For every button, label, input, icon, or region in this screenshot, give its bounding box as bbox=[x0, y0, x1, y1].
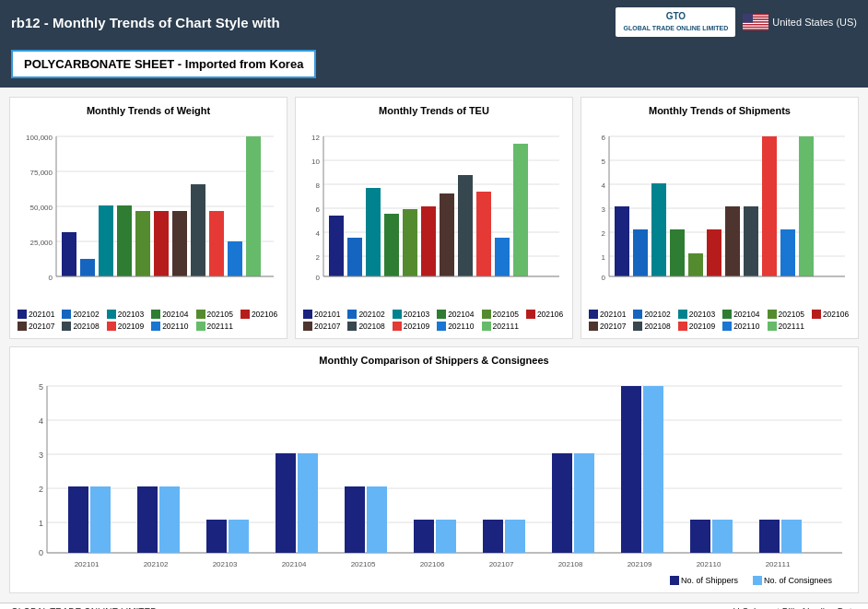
svg-rect-120 bbox=[414, 520, 434, 553]
svg-text:0: 0 bbox=[49, 274, 53, 282]
header-right: GTOGLOBAL TRADE ONLINE LIMITED bbox=[616, 7, 857, 37]
consignees-legend-label: No. of Consignees bbox=[764, 576, 832, 585]
charts-area: Monthly Trends of Weight 100,000 75,000 … bbox=[0, 88, 868, 603]
consignees-legend-item: No. of Consignees bbox=[753, 576, 832, 585]
svg-text:100,000: 100,000 bbox=[26, 134, 53, 142]
logo-text: GTOGLOBAL TRADE ONLINE LIMITED bbox=[623, 11, 728, 33]
shipments-chart-title: Monthly Trends of Shipments bbox=[589, 105, 850, 116]
svg-rect-85 bbox=[744, 206, 758, 276]
svg-rect-80 bbox=[651, 183, 666, 276]
svg-rect-87 bbox=[780, 229, 795, 276]
svg-rect-123 bbox=[483, 520, 503, 553]
svg-rect-126 bbox=[552, 453, 572, 553]
svg-text:6: 6 bbox=[602, 134, 606, 142]
page-title: rb12 - Monthly Trends of Chart Style wit… bbox=[11, 15, 280, 30]
svg-text:202101: 202101 bbox=[75, 560, 100, 568]
svg-rect-25 bbox=[80, 259, 95, 276]
svg-rect-115 bbox=[298, 453, 318, 553]
svg-rect-136 bbox=[781, 520, 802, 553]
svg-rect-31 bbox=[191, 184, 205, 276]
logo-box: GTOGLOBAL TRADE ONLINE LIMITED bbox=[616, 7, 735, 37]
svg-rect-61 bbox=[513, 144, 528, 276]
svg-text:4: 4 bbox=[602, 182, 606, 190]
svg-text:75,000: 75,000 bbox=[30, 169, 53, 177]
svg-rect-132 bbox=[690, 520, 710, 553]
shippers-chart-svg: 5 4 3 2 1 0 202101 202102 bbox=[18, 371, 847, 574]
svg-rect-8 bbox=[743, 24, 768, 25]
svg-text:202111: 202111 bbox=[766, 560, 791, 568]
svg-rect-53 bbox=[366, 188, 381, 276]
svg-rect-30 bbox=[172, 211, 187, 276]
weight-chart-legend: 202101 202102 202103 202104 202105 20210… bbox=[18, 310, 279, 331]
svg-rect-114 bbox=[276, 453, 296, 553]
svg-text:202109: 202109 bbox=[628, 560, 652, 568]
header: rb12 - Monthly Trends of Chart Style wit… bbox=[0, 0, 868, 44]
svg-rect-130 bbox=[643, 386, 663, 553]
shippers-legend-label: No. of Shippers bbox=[681, 576, 738, 585]
svg-text:202105: 202105 bbox=[351, 560, 376, 568]
weight-chart-svg: 100,000 75,000 50,000 25,000 0 bbox=[18, 122, 276, 306]
svg-rect-57 bbox=[440, 193, 454, 276]
svg-rect-54 bbox=[384, 214, 399, 276]
shipments-chart-box: Monthly Trends of Shipments 6 5 4 3 2 1 … bbox=[581, 97, 859, 339]
svg-rect-86 bbox=[762, 136, 777, 276]
svg-text:202103: 202103 bbox=[213, 560, 238, 568]
svg-rect-29 bbox=[154, 211, 169, 276]
svg-text:202104: 202104 bbox=[282, 560, 307, 568]
svg-text:5: 5 bbox=[39, 382, 43, 392]
svg-rect-9 bbox=[743, 25, 768, 26]
teu-chart-title: Monthly Trends of TEU bbox=[303, 105, 565, 116]
svg-rect-84 bbox=[725, 206, 740, 276]
svg-rect-28 bbox=[135, 211, 150, 276]
footer-top: GLOBAL TRADE ONLINE LIMITED U.S. Import … bbox=[0, 603, 868, 609]
svg-text:0: 0 bbox=[602, 274, 606, 282]
svg-rect-11 bbox=[743, 28, 768, 29]
svg-rect-133 bbox=[712, 520, 733, 553]
svg-rect-124 bbox=[505, 520, 525, 553]
svg-rect-83 bbox=[707, 229, 721, 276]
svg-rect-88 bbox=[799, 136, 814, 276]
weight-chart-title: Monthly Trends of Weight bbox=[18, 105, 279, 116]
svg-text:8: 8 bbox=[316, 182, 321, 190]
svg-text:3: 3 bbox=[39, 451, 43, 460]
svg-rect-78 bbox=[615, 206, 629, 276]
svg-rect-13 bbox=[743, 14, 753, 23]
svg-text:202106: 202106 bbox=[420, 560, 445, 568]
bottom-chart-legend: No. of Shippers No. of Consignees bbox=[18, 576, 850, 585]
svg-rect-7 bbox=[743, 23, 768, 24]
svg-text:202108: 202108 bbox=[558, 560, 583, 568]
weight-chart-box: Monthly Trends of Weight 100,000 75,000 … bbox=[9, 97, 287, 339]
product-badge: POLYCARBONATE SHEET - Imported from Kore… bbox=[11, 50, 316, 78]
bottom-chart-title: Monthly Comparison of Shippers & Consign… bbox=[18, 355, 850, 366]
svg-rect-121 bbox=[436, 520, 456, 553]
svg-text:0: 0 bbox=[316, 274, 321, 282]
svg-rect-79 bbox=[633, 229, 648, 276]
shippers-legend-color bbox=[670, 576, 679, 585]
svg-rect-111 bbox=[206, 520, 227, 553]
svg-rect-129 bbox=[621, 386, 641, 553]
svg-rect-52 bbox=[347, 238, 362, 276]
bottom-chart-box: Monthly Comparison of Shippers & Consign… bbox=[9, 346, 859, 593]
top-charts: Monthly Trends of Weight 100,000 75,000 … bbox=[9, 97, 859, 339]
svg-rect-59 bbox=[476, 192, 491, 276]
subheader: POLYCARBONATE SHEET - Imported from Kore… bbox=[0, 44, 868, 88]
svg-text:10: 10 bbox=[311, 158, 320, 166]
svg-text:5: 5 bbox=[602, 158, 606, 166]
svg-rect-55 bbox=[403, 209, 417, 276]
svg-text:1: 1 bbox=[39, 519, 43, 528]
svg-text:2: 2 bbox=[316, 253, 321, 262]
svg-text:6: 6 bbox=[316, 205, 321, 214]
svg-text:0: 0 bbox=[39, 548, 43, 557]
svg-text:2: 2 bbox=[602, 229, 606, 238]
svg-text:3: 3 bbox=[602, 205, 606, 214]
svg-text:25,000: 25,000 bbox=[30, 239, 53, 247]
svg-rect-27 bbox=[117, 205, 132, 276]
svg-rect-10 bbox=[743, 27, 768, 28]
svg-rect-58 bbox=[458, 175, 473, 276]
svg-text:12: 12 bbox=[311, 134, 320, 142]
svg-text:4: 4 bbox=[39, 416, 43, 426]
svg-rect-81 bbox=[670, 229, 685, 276]
svg-rect-12 bbox=[743, 29, 768, 30]
svg-text:1: 1 bbox=[602, 253, 606, 262]
flag-icon bbox=[743, 14, 768, 30]
